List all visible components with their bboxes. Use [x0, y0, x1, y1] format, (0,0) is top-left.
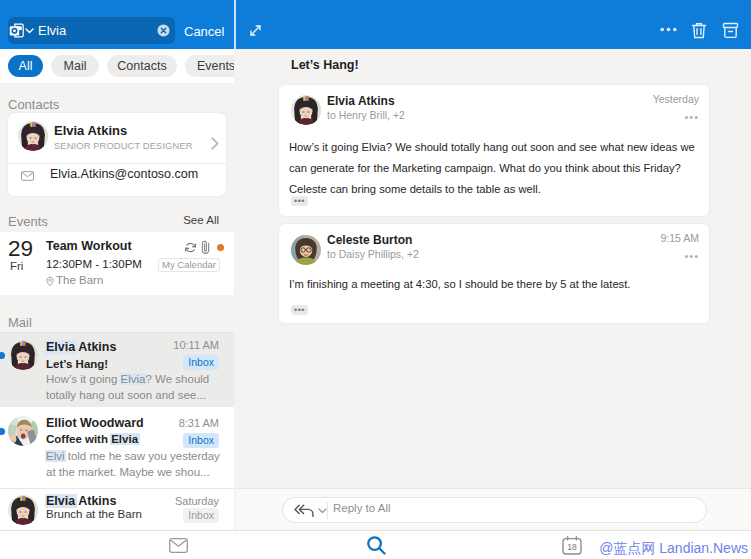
svg-text:18: 18: [567, 542, 577, 552]
